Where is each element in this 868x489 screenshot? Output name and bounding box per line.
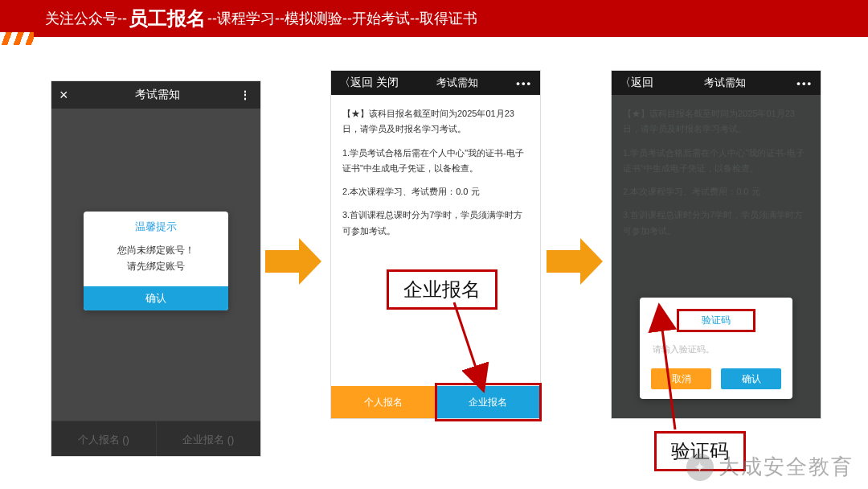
back-label: 返回 xyxy=(350,76,373,88)
confirm-button[interactable]: 确认 xyxy=(84,286,228,310)
notice-p2: 1.学员考试合格后需在个人中心"我的证书-电子证书"中生成电子凭证，以备检查。 xyxy=(623,146,809,177)
notice-p4: 3.首训课程总课时分为7学时，学员须满学时方可参加考试。 xyxy=(342,208,529,239)
phone3-title: 考试需知 xyxy=(653,76,796,90)
ok-button[interactable]: 确认 xyxy=(721,368,781,389)
phone1-header: × 考试需知 ⋮ xyxy=(51,81,260,109)
notice-p1: 【★】该科目报名截至时间为2025年01月23日，请学员及时报名学习考试。 xyxy=(623,106,809,138)
phone1-title: 考试需知 xyxy=(76,88,240,102)
top-text-2: --课程学习--模拟测验--开始考试--取得证书 xyxy=(207,9,477,28)
more-icon[interactable]: ⋮ xyxy=(240,88,252,101)
phone3-header: 〈返回 考试需知 ••• xyxy=(612,71,821,95)
dialog-line2: 请先绑定账号 xyxy=(127,261,185,272)
personal-signup-button[interactable]: 个人报名 xyxy=(331,386,436,418)
notice-p4: 3.首训课程总课时分为7学时，学员须满学时方可参加考试。 xyxy=(623,208,809,239)
svg-line-0 xyxy=(454,302,480,380)
dialog-message: 您尚未绑定账号！ 请先绑定账号 xyxy=(84,239,228,286)
phone-screenshot-1: × 考试需知 ⋮ 温馨提示 您尚未绑定账号！ 请先绑定账号 确认 个人报名 ()… xyxy=(51,80,261,457)
phone1-bottom-bar: 个人报名 () 企业报名 () xyxy=(51,421,260,457)
close-icon[interactable]: × xyxy=(59,87,76,104)
back-label: 返回 xyxy=(631,76,653,88)
close-label[interactable]: 关闭 xyxy=(376,76,399,88)
watermark-text: 大成安全教育 xyxy=(719,453,854,481)
top-text-1: 关注公众号-- xyxy=(45,9,127,28)
back-icon[interactable]: 〈返回 关闭 xyxy=(339,76,399,90)
dialog-line1: 您尚未绑定账号！ xyxy=(117,244,194,256)
watermark-logo-icon: ✦ xyxy=(686,454,714,481)
exam-notice-text: 【★】该科目报名截至时间为2025年01月23日，请学员及时报名学习考试。 1.… xyxy=(331,95,540,239)
more-icon[interactable]: ••• xyxy=(796,77,813,89)
enterprise-signup-disabled: 企业报名 () xyxy=(156,421,261,457)
dialog-title: 温馨提示 xyxy=(84,212,228,239)
notice-p2: 1.学员考试合格后需在个人中心"我的证书-电子证书"中生成电子凭证，以备检查。 xyxy=(342,146,529,177)
top-title-bar: 关注公众号-- 员工报名 --课程学习--模拟测验--开始考试--取得证书 xyxy=(0,0,868,37)
personal-signup-disabled: 个人报名 () xyxy=(51,421,156,457)
annotation-arrow-2 xyxy=(627,312,691,433)
phone2-header: 〈返回 关闭 考试需知 ••• xyxy=(331,71,540,95)
back-icon[interactable]: 〈返回 xyxy=(620,76,653,90)
phone2-title: 考试需知 xyxy=(399,76,516,90)
phone-screenshot-2: 〈返回 关闭 考试需知 ••• 【★】该科目报名截至时间为2025年01月23日… xyxy=(330,70,541,419)
more-icon[interactable]: ••• xyxy=(516,77,532,89)
annotation-arrow-1 xyxy=(448,302,496,391)
notice-p3: 2.本次课程学习、考试费用：0.0 元 xyxy=(342,184,529,199)
svg-line-1 xyxy=(661,317,675,429)
watermark: ✦ 大成安全教育 xyxy=(686,453,854,481)
top-accent: 员工报名 xyxy=(127,6,207,31)
bind-account-dialog: 温馨提示 您尚未绑定账号！ 请先绑定账号 确认 xyxy=(84,212,228,310)
notice-p1: 【★】该科目报名截至时间为2025年01月23日，请学员及时报名学习考试。 xyxy=(342,106,529,138)
notice-p3: 2.本次课程学习、考试费用：0.0 元 xyxy=(623,184,809,199)
